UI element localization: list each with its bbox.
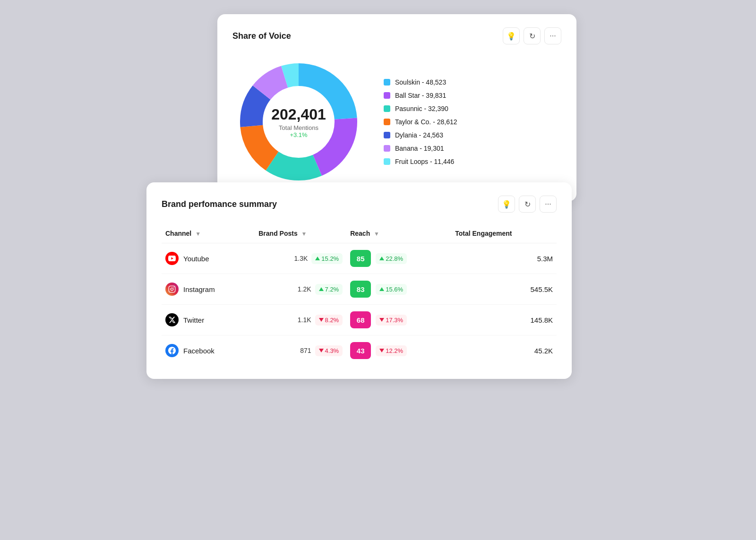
youtube-icon xyxy=(165,252,179,265)
sov-card: Share of Voice 💡 ↻ ··· xyxy=(217,14,576,201)
table-row: Twitter 1.1K 8.2% 68 17.3% 145.8K xyxy=(162,305,557,335)
brand-posts-cell: 871 4.3% xyxy=(255,335,346,366)
channel-name: Facebook xyxy=(183,347,215,355)
col-brand-posts: Brand Posts ▼ xyxy=(255,224,346,243)
legend-label: Dylania - 24,563 xyxy=(395,131,443,139)
legend-color-dot xyxy=(384,158,390,165)
reach-change-badge: 15.6% xyxy=(376,284,407,295)
posts-change-value: 8.2% xyxy=(325,317,339,324)
perf-title: Brand perfomance summary xyxy=(162,199,277,209)
posts-change-badge: 15.2% xyxy=(311,253,343,264)
total-engagement-cell: 145.8K xyxy=(451,305,557,335)
legend-label: Ball Star - 39,831 xyxy=(395,92,446,99)
down-arrow-icon xyxy=(319,318,324,322)
legend-item: Taylor & Co. - 28,612 xyxy=(384,118,457,126)
sov-legend: Soulskin - 48,523 Ball Star - 39,831 Pas… xyxy=(384,78,457,165)
col-reach: Reach ▼ xyxy=(346,224,451,243)
reach-score: 43 xyxy=(350,342,371,359)
legend-color-dot xyxy=(384,119,390,125)
perf-refresh-button[interactable]: ↻ xyxy=(519,196,536,213)
reach-cell: 43 12.2% xyxy=(346,335,451,366)
perf-actions: 💡 ↻ ··· xyxy=(498,196,557,213)
reach-score: 83 xyxy=(350,281,371,298)
reach-change-badge: 17.3% xyxy=(376,315,407,326)
reach-cell: 83 15.6% xyxy=(346,274,451,305)
channel-sort-icon[interactable]: ▼ xyxy=(195,231,201,237)
more-button[interactable]: ··· xyxy=(544,27,561,44)
down-arrow-icon xyxy=(379,318,384,322)
lightbulb-button[interactable]: 💡 xyxy=(503,27,520,44)
reach-change-value: 15.6% xyxy=(386,286,403,293)
svg-point-10 xyxy=(173,287,174,288)
reach-change-value: 17.3% xyxy=(386,317,403,324)
up-arrow-icon xyxy=(319,287,324,291)
legend-item: Soulskin - 48,523 xyxy=(384,78,457,86)
posts-change-badge: 4.3% xyxy=(315,345,343,356)
legend-label: Taylor & Co. - 28,612 xyxy=(395,118,457,126)
channel-cell: Facebook xyxy=(162,335,255,366)
posts-change-badge: 8.2% xyxy=(315,315,343,326)
channel-cell: Youtube xyxy=(162,243,255,274)
total-engagement-cell: 5.3M xyxy=(451,243,557,274)
posts-change-value: 4.3% xyxy=(325,347,339,354)
posts-change-value: 7.2% xyxy=(325,286,339,293)
legend-item: Dylania - 24,563 xyxy=(384,131,457,139)
legend-item: Pasunnic - 32,390 xyxy=(384,105,457,112)
channel-name: Youtube xyxy=(183,255,209,263)
down-arrow-icon xyxy=(379,349,384,352)
total-engagement-value: 145.8K xyxy=(455,316,553,324)
legend-label: Pasunnic - 32,390 xyxy=(395,105,448,112)
reach-change-badge: 22.8% xyxy=(376,253,407,264)
down-arrow-icon xyxy=(319,349,324,352)
reach-change-value: 22.8% xyxy=(386,255,403,262)
posts-count: 871 xyxy=(300,347,311,354)
up-arrow-icon xyxy=(379,287,384,291)
channel-cell: Instagram xyxy=(162,274,255,305)
donut-total: 202,401 xyxy=(271,106,326,123)
legend-label: Banana - 19,301 xyxy=(395,145,444,152)
reach-change-value: 12.2% xyxy=(386,347,403,354)
channel-name: Instagram xyxy=(183,285,215,293)
legend-item: Ball Star - 39,831 xyxy=(384,92,457,99)
sov-actions: 💡 ↻ ··· xyxy=(503,27,561,44)
reach-change-badge: 12.2% xyxy=(376,345,407,356)
refresh-button[interactable]: ↻ xyxy=(524,27,541,44)
brand-posts-sort-icon[interactable]: ▼ xyxy=(301,231,307,237)
total-engagement-value: 45.2K xyxy=(455,347,553,355)
reach-score: 68 xyxy=(350,311,371,328)
perf-table: Channel ▼ Brand Posts ▼ Reach ▼ Total En… xyxy=(162,224,557,366)
posts-change-badge: 7.2% xyxy=(315,284,343,295)
total-engagement-value: 5.3M xyxy=(455,255,553,263)
reach-cell: 68 17.3% xyxy=(346,305,451,335)
donut-chart: 202,401 Total Mentions +3.1% xyxy=(232,56,365,188)
brand-posts-cell: 1.1K 8.2% xyxy=(255,305,346,335)
col-channel: Channel ▼ xyxy=(162,224,255,243)
legend-color-dot xyxy=(384,145,390,152)
perf-card: Brand perfomance summary 💡 ↻ ··· Channel… xyxy=(146,182,572,379)
twitter-icon xyxy=(165,313,179,326)
posts-count: 1.3K xyxy=(294,255,308,262)
legend-label: Soulskin - 48,523 xyxy=(395,78,446,86)
perf-lightbulb-button[interactable]: 💡 xyxy=(498,196,515,213)
brand-posts-cell: 1.2K 7.2% xyxy=(255,274,346,305)
posts-change-value: 15.2% xyxy=(321,255,339,262)
table-row: Instagram 1.2K 7.2% 83 15.6% 545.5K xyxy=(162,274,557,305)
legend-item: Banana - 19,301 xyxy=(384,145,457,152)
posts-count: 1.1K xyxy=(298,316,311,324)
up-arrow-icon xyxy=(315,257,320,260)
channel-cell: Twitter xyxy=(162,305,255,335)
reach-sort-icon[interactable]: ▼ xyxy=(374,231,379,237)
sov-title: Share of Voice xyxy=(232,31,291,41)
reach-cell: 85 22.8% xyxy=(346,243,451,274)
donut-center: 202,401 Total Mentions +3.1% xyxy=(271,106,326,138)
table-row: Facebook 871 4.3% 43 12.2% 45.2K xyxy=(162,335,557,366)
total-engagement-value: 545.5K xyxy=(455,285,553,293)
legend-item: Fruit Loops - 11,446 xyxy=(384,158,457,165)
donut-label: Total Mentions xyxy=(271,124,326,131)
legend-label: Fruit Loops - 11,446 xyxy=(395,158,454,165)
donut-change: +3.1% xyxy=(271,131,326,138)
perf-more-button[interactable]: ··· xyxy=(540,196,557,213)
channel-name: Twitter xyxy=(183,316,204,324)
legend-color-dot xyxy=(384,132,390,138)
instagram-icon xyxy=(165,283,179,296)
